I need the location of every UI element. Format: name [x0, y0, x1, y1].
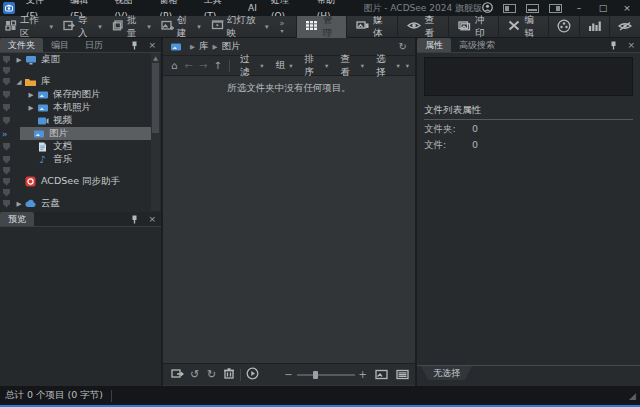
close-icon[interactable]: ×	[143, 212, 161, 226]
file-list-properties-title: 文件列表属性	[424, 104, 633, 120]
expander-icon[interactable]: ◢	[14, 78, 24, 86]
tab-manage[interactable]: 管理	[296, 16, 346, 38]
easy-select-marker[interactable]	[3, 200, 10, 208]
up-icon[interactable]: ↑	[210, 60, 224, 71]
minimize-button[interactable]: –	[572, 3, 586, 13]
breadcrumb-folder-icon	[170, 42, 183, 52]
tree-row-local-photos[interactable]: ▶ 本机照片	[0, 101, 161, 114]
expander-icon[interactable]: ▶	[26, 104, 36, 112]
tab-catalog[interactable]: 编目	[43, 38, 77, 52]
import-button[interactable]: 导入 ▾	[58, 16, 107, 38]
rotate-left-icon[interactable]: ↺	[186, 368, 203, 381]
easy-select-marker[interactable]	[3, 78, 10, 86]
properties-preview-box	[424, 57, 633, 96]
sort-menu[interactable]: 排序▾	[298, 53, 334, 79]
easy-select-marker[interactable]	[3, 178, 10, 186]
close-icon[interactable]: ×	[143, 38, 161, 52]
filter-menu[interactable]: 过滤▾	[234, 53, 270, 79]
pin-icon[interactable]	[126, 212, 143, 226]
easy-select-marker[interactable]	[3, 167, 10, 175]
group-menu[interactable]: 组▾	[270, 59, 299, 72]
tab-folders[interactable]: 文件夹	[0, 38, 43, 52]
tree-row-library[interactable]: ◢ 库	[0, 75, 161, 88]
tab-calendar[interactable]: 日历	[77, 38, 111, 52]
pin-icon[interactable]	[605, 38, 622, 52]
easy-select-marker[interactable]	[3, 143, 10, 151]
details-view-icon[interactable]	[396, 365, 409, 384]
zoom-in-icon[interactable]: +	[359, 369, 367, 380]
easy-select-marker-active[interactable]: »	[2, 130, 12, 138]
tab-properties[interactable]: 属性	[417, 38, 451, 52]
tab-manage-label: 管理	[322, 14, 337, 40]
select-menu[interactable]: 选择▾	[370, 53, 406, 79]
grid-icon	[306, 20, 318, 33]
back-icon[interactable]: ←	[181, 60, 195, 71]
layout-left-pane-icon[interactable]	[503, 4, 516, 13]
easy-select-marker[interactable]	[3, 117, 10, 125]
easy-select-marker[interactable]	[3, 67, 10, 75]
tab-view[interactable]: 查看	[397, 16, 448, 38]
tree-row-music[interactable]: ♪ 音乐	[0, 153, 161, 166]
auto-advance-icon[interactable]	[244, 367, 261, 383]
file-list-area[interactable]: 所选文件夹中没有任何项目。	[163, 76, 415, 363]
zoom-slider-thumb[interactable]	[313, 371, 318, 379]
scrollbar-thumb[interactable]	[152, 63, 159, 133]
tab-edit[interactable]: 编辑	[498, 16, 548, 38]
acdsee-window: 文件(F) 编辑(E) 视图(V) 窗格(P) 工具(T) AI 处理(O) 帮…	[0, 0, 640, 407]
tab-media[interactable]: 媒体	[346, 16, 397, 38]
resize-grip[interactable]: ◢	[629, 391, 635, 401]
easy-select-marker[interactable]	[3, 104, 10, 112]
rotate-right-icon[interactable]: ↻	[203, 368, 220, 381]
maximize-button[interactable]: □	[596, 3, 610, 13]
expander-icon[interactable]: ▶	[26, 91, 36, 99]
layout-right-pane-icon[interactable]	[549, 4, 562, 13]
tree-row-saved-pictures[interactable]: ▶ 保存的图片	[0, 88, 161, 101]
home-icon[interactable]: ⌂	[167, 60, 181, 71]
delete-icon[interactable]	[220, 368, 237, 382]
slideshow-button[interactable]: 幻灯放映 ▾	[206, 16, 274, 38]
create-button[interactable]: 创建 ▾	[156, 16, 206, 38]
easy-select-marker[interactable]	[3, 56, 10, 64]
easy-select-marker[interactable]	[3, 156, 10, 164]
tree-row-desktop[interactable]: ▶ 桌面	[0, 53, 161, 66]
close-icon[interactable]: ×	[622, 38, 640, 52]
tree-label: 云盘	[41, 197, 60, 210]
layout-bottom-pane-icon[interactable]	[526, 4, 539, 13]
tab-print[interactable]: 冲印	[448, 16, 499, 38]
pin-icon[interactable]	[126, 38, 143, 52]
tree-row-pictures[interactable]: » 图片	[0, 127, 161, 140]
view-menu[interactable]: 查看▾	[334, 53, 370, 79]
breadcrumb-library[interactable]: 库	[199, 40, 209, 53]
workspace-button[interactable]: 工作区 ▾	[0, 16, 58, 38]
zoom-slider[interactable]	[297, 374, 355, 376]
dashboard-button[interactable]	[579, 16, 609, 38]
tree-scrollbar[interactable]: ▲	[151, 53, 160, 211]
easy-select-marker[interactable]	[3, 189, 10, 197]
tab-preview[interactable]: 预览	[0, 212, 34, 226]
share-icon[interactable]	[169, 368, 186, 382]
app-icon[interactable]	[3, 2, 15, 14]
close-button[interactable]: ×	[620, 3, 634, 13]
zoom-out-icon[interactable]: −	[284, 369, 292, 380]
breadcrumb-pictures[interactable]: 图片	[222, 40, 241, 53]
toolbar-overflow-button[interactable]: » ▾	[273, 20, 290, 34]
scroll-up-icon[interactable]: ▲	[151, 53, 160, 62]
status-summary: 总计 0 个项目 (0 字节)	[5, 389, 103, 402]
sync-assistant-icon	[24, 177, 37, 187]
expander-icon[interactable]: ▶	[14, 56, 24, 64]
no-selection-tab[interactable]: 无选择	[421, 366, 472, 380]
expander-icon[interactable]: ▶	[14, 200, 24, 208]
tab-advanced-search[interactable]: 高级搜索	[451, 38, 503, 52]
tree-row-documents[interactable]: 文档	[0, 140, 161, 153]
photos-365-button[interactable]	[609, 16, 640, 38]
chevron-down-icon[interactable]: ▾	[406, 62, 411, 70]
tree-row-videos[interactable]: 视频	[0, 114, 161, 127]
easy-select-marker[interactable]	[3, 91, 10, 99]
refresh-icon[interactable]: ↻	[399, 41, 411, 52]
forward-icon[interactable]: →	[196, 60, 210, 71]
tree-row-sync-assistant[interactable]: ACDSee 同步助手	[0, 175, 161, 188]
thumbnail-view-icon[interactable]	[375, 365, 388, 384]
tree-row-cloud-drive[interactable]: ▶ 云盘	[0, 197, 161, 210]
film-reel-button[interactable]	[548, 16, 579, 38]
batch-button[interactable]: 批量 ▾	[107, 16, 156, 38]
